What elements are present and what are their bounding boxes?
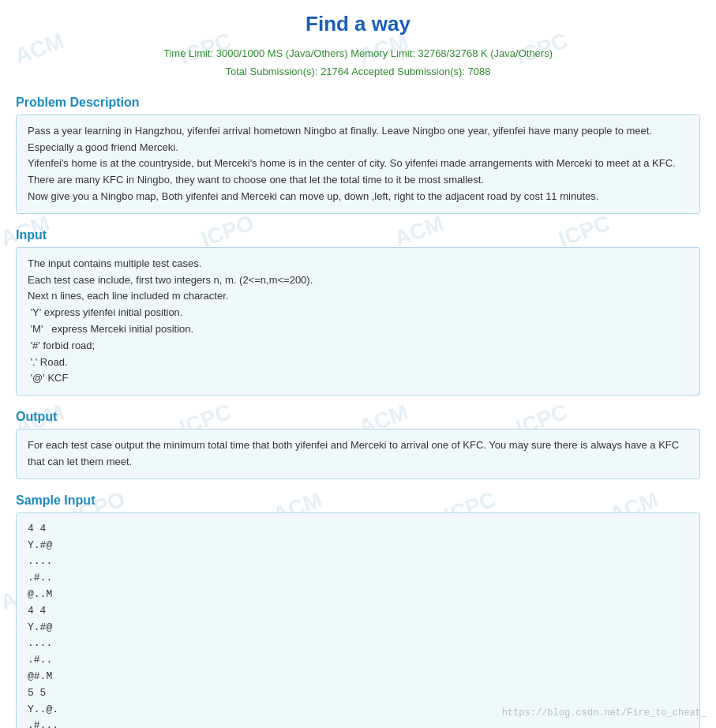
sample-input-title: Sample Input — [16, 493, 700, 508]
sample-input-section: Sample Input 4 4 Y.#@ .... .#.. @..M 4 4… — [16, 493, 700, 728]
input-content: The input contains multiple test cases. … — [16, 247, 700, 396]
output-title: Output — [16, 410, 700, 424]
input-title: Input — [16, 228, 700, 242]
output-content: For each test case output the minimum to… — [16, 429, 700, 479]
output-section: Output For each test case output the min… — [16, 410, 700, 479]
page-title: Find a way — [16, 12, 700, 36]
sample-input-content: 4 4 Y.#@ .... .#.. @..M 4 4 Y.#@ .... .#… — [16, 512, 700, 728]
problem-description-content: Pass a year learning in Hangzhou, yifenf… — [16, 114, 700, 214]
problem-description-title: Problem Description — [16, 96, 700, 110]
input-section: Input The input contains multiple test c… — [16, 228, 700, 396]
meta-line2: Total Submission(s): 21764 Accepted Subm… — [16, 62, 700, 81]
problem-description-section: Problem Description Pass a year learning… — [16, 96, 700, 214]
page-content: Find a way Time Limit: 3000/1000 MS (Jav… — [0, 0, 716, 728]
meta-info: Time Limit: 3000/1000 MS (Java/Others) M… — [16, 44, 700, 81]
meta-line1: Time Limit: 3000/1000 MS (Java/Others) M… — [16, 44, 700, 62]
